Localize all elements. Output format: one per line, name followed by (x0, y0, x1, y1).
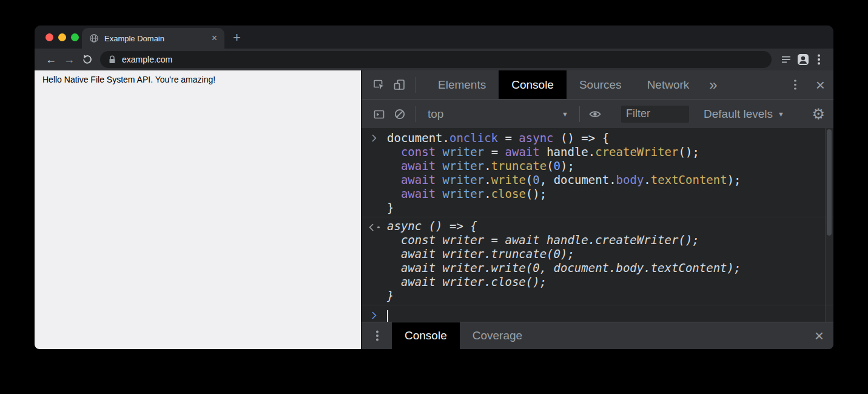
devtools-tab-sources[interactable]: Sources (567, 70, 634, 99)
lines-icon[interactable] (778, 53, 795, 66)
prompt-chevron-icon (369, 311, 377, 319)
browser-toolbar: ← → example.com (35, 49, 833, 70)
settings-gear-icon[interactable]: ⚙ (812, 107, 825, 121)
minimize-button[interactable] (58, 33, 66, 41)
zoom-button[interactable] (71, 33, 79, 41)
console-panel: document.onclick = async () => { const w… (362, 128, 833, 322)
drawer-tab-coverage[interactable]: Coverage (460, 322, 535, 349)
divider (579, 106, 580, 122)
inspect-element-icon[interactable] (369, 75, 389, 95)
scrollbar[interactable] (825, 128, 833, 322)
chevron-down-icon: ▼ (778, 110, 784, 118)
text-cursor (387, 310, 388, 322)
divider (415, 77, 415, 93)
reload-button[interactable] (78, 53, 96, 66)
new-tab-button[interactable]: + (233, 31, 241, 44)
device-toolbar-icon[interactable] (389, 75, 410, 95)
scrollbar-thumb[interactable] (827, 129, 832, 236)
devtools-tab-console[interactable]: Console (499, 70, 567, 99)
traffic-lights (45, 33, 79, 41)
more-tabs-icon[interactable]: » (709, 78, 717, 92)
close-button[interactable] (45, 33, 53, 41)
input-chevron-icon (369, 134, 377, 142)
context-label: top (428, 107, 443, 121)
url-text: example.com (122, 55, 172, 64)
page-content: Hello Native File System API. You're ama… (35, 70, 361, 349)
drawer-tab-console[interactable]: Console (392, 322, 460, 349)
clear-console-icon[interactable] (389, 104, 410, 124)
browser-menu-icon[interactable] (812, 52, 826, 67)
address-bar[interactable]: example.com (100, 51, 772, 68)
console-result: async () => { const writer = await handl… (362, 217, 833, 305)
tab-title: Example Domain (104, 34, 212, 43)
log-levels-dropdown[interactable]: Default levels ▼ (704, 107, 784, 121)
lock-icon (109, 55, 116, 64)
devtools-drawer: ConsoleCoverage × (362, 322, 833, 349)
back-button[interactable]: ← (42, 54, 60, 65)
console-input: document.onclick = async () => { const w… (362, 129, 833, 217)
page-text: Hello Native File System API. You're ama… (42, 75, 215, 84)
forward-button[interactable]: → (60, 54, 78, 65)
drawer-tabs: ConsoleCoverage (392, 322, 535, 349)
console-toolbar: top ▼ Default levels ▼ (362, 99, 833, 128)
result-arrow-icon (370, 223, 377, 231)
devtools-panel: ElementsConsoleSourcesNetwork » × (361, 70, 833, 349)
devtools-menu-icon[interactable] (788, 78, 802, 92)
context-dropdown[interactable]: top ▼ (422, 107, 574, 121)
browser-window: Example Domain × + ← → example.com (35, 25, 833, 349)
devtools-tab-network[interactable]: Network (634, 70, 702, 99)
console-sidebar-icon[interactable] (369, 104, 389, 124)
chevron-down-icon: ▼ (562, 110, 568, 118)
levels-label: Default levels (704, 107, 773, 121)
content-area: Hello Native File System API. You're ama… (35, 70, 833, 349)
filter-input[interactable] (621, 106, 689, 123)
devtools-tabs: ElementsConsoleSourcesNetwork (425, 70, 702, 99)
drawer-menu-icon[interactable] (370, 328, 385, 343)
divider (415, 106, 415, 122)
devtools-close-icon[interactable]: × (816, 77, 825, 93)
browser-tab[interactable]: Example Domain × (82, 28, 224, 49)
tab-close-icon[interactable]: × (212, 33, 217, 43)
devtools-tab-bar: ElementsConsoleSourcesNetwork » × (362, 70, 833, 99)
profile-avatar[interactable] (795, 53, 812, 66)
console-prompt[interactable] (362, 305, 833, 322)
eye-icon[interactable] (585, 104, 605, 124)
console-messages: document.onclick = async () => { const w… (362, 129, 833, 305)
globe-icon (89, 33, 99, 43)
devtools-tab-elements[interactable]: Elements (425, 70, 499, 99)
tab-strip: Example Domain × + (35, 25, 833, 49)
desktop-background: Example Domain × + ← → example.com (0, 0, 868, 394)
drawer-close-icon[interactable]: × (815, 328, 824, 344)
